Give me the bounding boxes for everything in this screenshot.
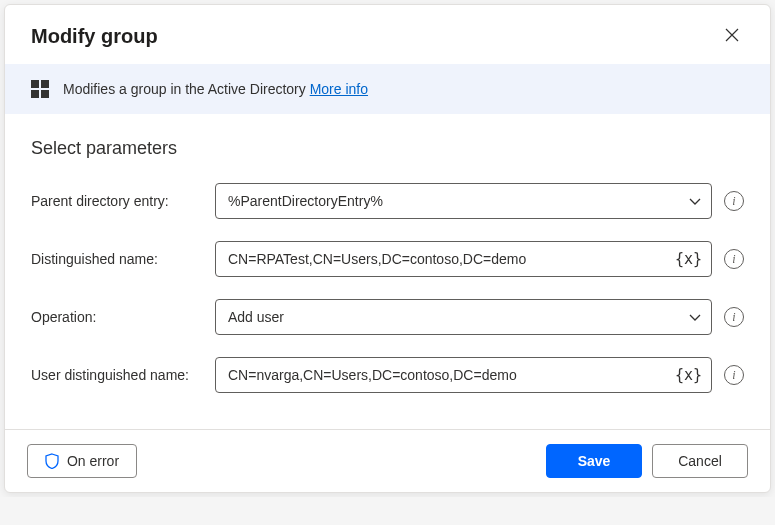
on-error-label: On error: [67, 453, 119, 469]
user-dn-input[interactable]: [215, 357, 712, 393]
on-error-button[interactable]: On error: [27, 444, 137, 478]
svg-rect-0: [31, 80, 39, 88]
dialog-content: Select parameters Parent directory entry…: [5, 114, 770, 429]
close-icon: [724, 27, 740, 46]
svg-rect-2: [31, 90, 39, 98]
distinguished-name-label: Distinguished name:: [31, 251, 203, 267]
variable-picker-icon[interactable]: {x}: [675, 250, 702, 268]
variable-picker-icon[interactable]: {x}: [675, 366, 702, 384]
operation-info-icon[interactable]: i: [724, 307, 744, 327]
distinguished-name-input-wrap: {x}: [215, 241, 712, 277]
user-dn-info-icon[interactable]: i: [724, 365, 744, 385]
parent-directory-info-icon[interactable]: i: [724, 191, 744, 211]
dialog-footer: On error Save Cancel: [5, 429, 770, 492]
dialog-title: Modify group: [31, 25, 158, 48]
svg-rect-1: [41, 80, 49, 88]
svg-rect-3: [41, 90, 49, 98]
section-title: Select parameters: [31, 138, 744, 159]
user-dn-row: User distinguished name: {x} i: [31, 357, 744, 393]
cancel-button[interactable]: Cancel: [652, 444, 748, 478]
operation-row: Operation: i: [31, 299, 744, 335]
user-dn-label: User distinguished name:: [31, 367, 203, 383]
operation-input-wrap: [215, 299, 712, 335]
parent-directory-input-wrap: [215, 183, 712, 219]
banner-description: Modifies a group in the Active Directory: [63, 81, 310, 97]
distinguished-name-row: Distinguished name: {x} i: [31, 241, 744, 277]
more-info-link[interactable]: More info: [310, 81, 368, 97]
operation-select[interactable]: [215, 299, 712, 335]
banner-text: Modifies a group in the Active Directory…: [63, 81, 368, 97]
close-button[interactable]: [720, 23, 744, 50]
save-button[interactable]: Save: [546, 444, 642, 478]
distinguished-name-info-icon[interactable]: i: [724, 249, 744, 269]
dialog-header: Modify group: [5, 5, 770, 64]
shield-icon: [45, 453, 59, 469]
parent-directory-label: Parent directory entry:: [31, 193, 203, 209]
windows-logo-icon: [31, 80, 49, 98]
operation-label: Operation:: [31, 309, 203, 325]
modify-group-dialog: Modify group Modifies a group in the Act…: [4, 4, 771, 493]
parent-directory-row: Parent directory entry: i: [31, 183, 744, 219]
user-dn-input-wrap: {x}: [215, 357, 712, 393]
footer-actions: Save Cancel: [546, 444, 748, 478]
parent-directory-select[interactable]: [215, 183, 712, 219]
info-banner: Modifies a group in the Active Directory…: [5, 64, 770, 114]
distinguished-name-input[interactable]: [215, 241, 712, 277]
